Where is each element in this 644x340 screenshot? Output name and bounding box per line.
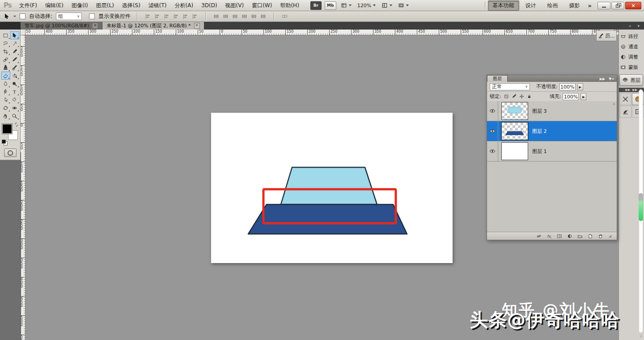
zoom-level-button[interactable]: 120% bbox=[356, 2, 377, 9]
tab-close-icon[interactable]: × bbox=[194, 23, 200, 29]
opacity-slider-button[interactable]: ▶ bbox=[577, 83, 583, 90]
arrange-documents-button[interactable] bbox=[380, 2, 394, 9]
tool-preset-chevron-icon[interactable] bbox=[13, 16, 16, 17]
3d-orbit-tool[interactable] bbox=[10, 104, 19, 112]
workspace-button-3[interactable]: 摄影 bbox=[564, 0, 585, 11]
document-canvas[interactable] bbox=[211, 113, 453, 263]
paint-bucket-tool[interactable] bbox=[10, 72, 19, 80]
opacity-value[interactable]: 100% bbox=[559, 83, 576, 90]
document-tab-0[interactable]: 警车.jpg @ 100%(RGB/8#)× bbox=[21, 22, 102, 30]
distribute-right-edges-button[interactable] bbox=[259, 13, 267, 21]
link-layers-button[interactable] bbox=[536, 233, 542, 239]
mini-bridge-button[interactable]: Mb bbox=[325, 1, 336, 10]
layers-panel-tab[interactable]: 图层 bbox=[487, 75, 508, 82]
crop-tool[interactable] bbox=[1, 47, 10, 55]
history-panel-button[interactable]: 历... bbox=[596, 30, 617, 41]
default-colors-icon[interactable] bbox=[2, 140, 7, 145]
brush-tool[interactable] bbox=[10, 55, 19, 64]
layer-thumbnail[interactable] bbox=[501, 142, 528, 160]
distribute-top-edges-button[interactable] bbox=[212, 13, 220, 21]
lock-transparent-pixels-button[interactable] bbox=[503, 93, 510, 100]
menu-item-1[interactable]: 编辑(E) bbox=[41, 0, 68, 11]
custom-shape-tool[interactable] bbox=[10, 96, 19, 104]
restore-button[interactable] bbox=[611, 2, 624, 9]
tab-menu-icon[interactable]: ▾ bbox=[637, 24, 640, 28]
ink-styles-cell[interactable] bbox=[619, 106, 631, 118]
minimize-button[interactable] bbox=[597, 2, 610, 9]
delete-layer-button[interactable] bbox=[597, 233, 604, 239]
menu-item-7[interactable]: 3D(D) bbox=[197, 0, 221, 11]
screen-mode-button[interactable] bbox=[397, 2, 410, 9]
close-button[interactable]: × bbox=[625, 2, 641, 9]
align-vertical-centers-button[interactable] bbox=[153, 13, 161, 21]
layer-name[interactable]: 图层 2 bbox=[532, 128, 547, 135]
align-left-edges-button[interactable] bbox=[172, 13, 180, 21]
panel-menu-icon[interactable]: ▼≡ bbox=[609, 77, 614, 81]
history-brush-tool[interactable] bbox=[10, 64, 19, 72]
rectangular-marquee-tool[interactable] bbox=[1, 31, 10, 39]
layer-thumbnail[interactable] bbox=[501, 102, 528, 120]
ruler-corner[interactable] bbox=[21, 30, 25, 35]
show-transform-controls-checkbox[interactable] bbox=[89, 13, 95, 19]
visibility-toggle[interactable] bbox=[487, 141, 498, 161]
lock-image-pixels-button[interactable] bbox=[511, 93, 517, 100]
distribute-horizontal-centers-button[interactable] bbox=[250, 13, 258, 21]
eyedropper-tool[interactable] bbox=[10, 47, 19, 55]
fill-slider-button[interactable]: ▶ bbox=[580, 93, 586, 100]
menu-item-2[interactable]: 图像(I) bbox=[68, 0, 92, 11]
fill-value[interactable]: 100% bbox=[563, 93, 579, 100]
3d-rotate-tool[interactable] bbox=[1, 104, 10, 112]
workspace-button-2[interactable]: 绘画 bbox=[542, 0, 563, 11]
workspace-button-0[interactable]: 基本功能 bbox=[488, 0, 519, 11]
layer-name[interactable]: 图层 3 bbox=[532, 108, 547, 115]
quick-selection-tool[interactable] bbox=[10, 39, 19, 47]
menu-item-5[interactable]: 滤镜(T) bbox=[144, 0, 171, 11]
distribute-bottom-edges-button[interactable] bbox=[231, 13, 239, 21]
view-extras-button[interactable] bbox=[339, 2, 353, 9]
auto-select-checkbox[interactable] bbox=[20, 13, 25, 19]
distribute-vertical-centers-button[interactable] bbox=[221, 13, 230, 21]
scroll-down-icon[interactable]: ∨ bbox=[638, 334, 644, 338]
align-top-edges-button[interactable] bbox=[144, 13, 152, 21]
layer-row-图层-2[interactable]: 图层 2 bbox=[487, 121, 617, 141]
path-selection-tool[interactable] bbox=[1, 96, 10, 104]
eraser-tool[interactable] bbox=[1, 72, 10, 80]
layer-style-button[interactable]: fx bbox=[546, 233, 553, 239]
menu-item-10[interactable]: 帮助(H) bbox=[276, 0, 303, 11]
auto-select-target-dropdown[interactable]: 组 ∨ bbox=[56, 13, 82, 20]
resize-grip-icon[interactable]: ◢ bbox=[609, 234, 611, 238]
quick-mask-button[interactable] bbox=[4, 149, 17, 157]
auto-align-layers-button[interactable] bbox=[280, 13, 289, 21]
align-right-edges-button[interactable] bbox=[191, 13, 199, 21]
clone-stamp-tool[interactable] bbox=[1, 64, 10, 72]
swap-colors-icon[interactable] bbox=[14, 122, 19, 127]
scrollbar-thumb[interactable] bbox=[639, 193, 643, 221]
bridge-button[interactable]: Br bbox=[310, 1, 322, 10]
layer-name[interactable]: 图层 1 bbox=[532, 148, 547, 155]
menu-item-9[interactable]: 窗口(W) bbox=[248, 0, 276, 11]
dodge-tool[interactable] bbox=[10, 80, 19, 88]
new-layer-button[interactable] bbox=[587, 233, 594, 239]
menu-item-8[interactable]: 视图(V) bbox=[221, 0, 248, 11]
layer-thumbnail[interactable] bbox=[501, 122, 528, 140]
lasso-tool[interactable] bbox=[1, 39, 10, 47]
preset-tools-cell[interactable] bbox=[619, 93, 631, 105]
hand-tool[interactable] bbox=[1, 112, 10, 120]
new-group-button[interactable] bbox=[577, 233, 584, 239]
scroll-up-icon[interactable]: ∧ bbox=[613, 102, 615, 106]
menu-item-0[interactable]: 文件(F) bbox=[15, 0, 41, 11]
layer-row-图层-3[interactable]: 图层 3 bbox=[487, 101, 617, 121]
document-tab-1[interactable]: 未标题-1 @ 120% (图层 2, RGB/8) *× bbox=[102, 22, 203, 30]
expand-icon[interactable]: ▶▶ bbox=[632, 88, 637, 92]
move-tool[interactable] bbox=[10, 31, 19, 39]
align-bottom-edges-button[interactable] bbox=[162, 13, 171, 21]
pen-tool[interactable] bbox=[1, 88, 10, 96]
foreground-color-swatch[interactable] bbox=[2, 124, 12, 134]
menu-item-3[interactable]: 图层(L) bbox=[92, 0, 118, 11]
align-horizontal-centers-button[interactable] bbox=[181, 13, 190, 21]
blur-tool[interactable] bbox=[1, 80, 10, 88]
spot-healing-brush-tool[interactable] bbox=[1, 55, 10, 64]
workspace-button-1[interactable]: 设计 bbox=[521, 0, 541, 11]
expand-icon[interactable]: ▶▶ bbox=[626, 88, 631, 92]
lock-all-button[interactable] bbox=[526, 93, 533, 100]
